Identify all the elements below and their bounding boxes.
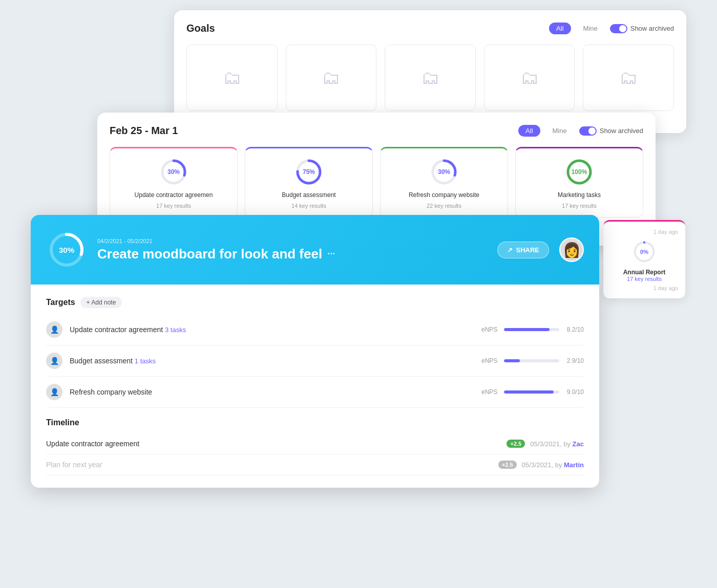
timeline-author-1: Zac (573, 440, 584, 448)
folder-card-2[interactable]: 🗂 (286, 45, 377, 111)
target-avatar-1: 👤 (46, 321, 62, 338)
target-link-1[interactable]: 3 tasks (165, 326, 186, 334)
mid-show-archived-label: Show archived (600, 127, 643, 135)
progress-score-3: 9.0/10 (565, 388, 584, 396)
goal-name-1: Update contractor agreemen (135, 191, 213, 199)
timeline-label: Timeline (46, 418, 79, 427)
mid-filter-all[interactable]: All (518, 125, 540, 137)
goals-toggle-wrap: Show archived (610, 24, 674, 33)
timeline-badge-2: +2.5 (498, 461, 517, 469)
progress-bar-fill-1 (504, 328, 550, 331)
goal-name-4: Marketing tasks (558, 191, 601, 199)
right-card-annual[interactable]: 1 day ago 0% Annual Report 17 key result… (603, 220, 685, 298)
target-name-2: Budget assessment 1 tasks (70, 357, 474, 365)
progress-bar-fill-2 (504, 359, 520, 362)
target-enps-3: eNPS (481, 388, 498, 396)
goal-name-2: Budget assessment (282, 191, 335, 199)
targets-label: Targets (46, 298, 75, 307)
folder-icon-2: 🗂 (322, 67, 340, 89)
goal-sub-4: 17 key results (562, 203, 597, 209)
annual-donut: 0% (610, 239, 678, 265)
progress-bar-fill-3 (504, 390, 554, 394)
timeline-name-2: Plan for next year (46, 461, 493, 469)
donut-percent-1: 30% (167, 168, 180, 176)
goals-title: Goals (186, 23, 215, 34)
donut-percent-2: 75% (303, 168, 315, 176)
timeline-meta-2: 05/3/2021, by Martin (522, 461, 584, 469)
progress-bar-bg-3 (504, 390, 559, 394)
target-row-2: 👤 Budget assessment 1 tasks eNPS 2.9/10 (46, 345, 584, 377)
annual-name: Annual Report (610, 269, 678, 276)
goal-card-4[interactable]: 100% Marketing tasks 17 key results (515, 147, 643, 217)
avatar-placeholder: 👩 (563, 242, 581, 258)
mid-show-archived-toggle[interactable] (579, 126, 597, 136)
donut-4: 100% (564, 157, 595, 187)
annual-ago2: 1 day ago (610, 285, 678, 291)
goal-sub-1: 17 key results (156, 203, 191, 209)
timeline-row-1: Update contractor agreement +2.5 05/3/20… (46, 433, 584, 454)
goal-card-2[interactable]: 75% Budget assessment 14 key results (245, 147, 373, 217)
target-row-1: 👤 Update contractor agreement 3 tasks eN… (46, 314, 584, 345)
goal-card-1[interactable]: 30% Update contractor agreemen 17 key re… (110, 147, 238, 217)
folder-card-1[interactable]: 🗂 (186, 45, 278, 111)
detail-title-text: Create moodboard for look and feel (97, 246, 322, 262)
folder-icon-5: 🗂 (619, 67, 638, 89)
donut-3: 30% (429, 157, 459, 187)
target-right-2: eNPS 2.9/10 (481, 357, 584, 364)
goal-card-3[interactable]: 30% Refresh company website 22 key resul… (380, 147, 508, 217)
goals-show-archived-toggle[interactable] (610, 24, 627, 33)
donut-percent-3: 30% (438, 168, 450, 176)
target-row-3: 👤 Refresh company website eNPS 9.0/10 (46, 377, 584, 408)
folder-icon-1: 🗂 (223, 67, 241, 89)
detail-panel: 30% 04/2/2021 - 05/2/2021 Create moodboa… (31, 215, 599, 488)
share-button[interactable]: ↗ SHARE (497, 242, 549, 258)
detail-title: Create moodboard for look and feel ··· (97, 246, 487, 262)
mid-filter-mine[interactable]: Mine (545, 125, 574, 137)
donut-percent-4: 100% (572, 168, 587, 176)
user-avatar: 👩 (559, 237, 584, 262)
annual-ago: 1 day ago (610, 229, 678, 235)
timeline-meta-1: 05/3/2021, by Zac (530, 440, 584, 448)
timeline-author-2: Martin (564, 461, 584, 469)
mid-header: Feb 25 - Mar 1 All Mine Show archived (110, 125, 643, 137)
folder-card-4[interactable]: 🗂 (484, 45, 575, 111)
goals-filter-mine[interactable]: Mine (576, 23, 605, 34)
target-link-2[interactable]: 1 tasks (135, 357, 156, 365)
mid-date-range: Feb 25 - Mar 1 (110, 125, 178, 137)
goals-filter-all[interactable]: All (549, 23, 571, 34)
goal-sub-3: 22 key results (427, 203, 461, 209)
goal-name-3: Refresh company website (409, 191, 479, 199)
detail-dates: 04/2/2021 - 05/2/2021 (97, 238, 487, 244)
folder-card-3[interactable]: 🗂 (385, 45, 476, 111)
share-icon: ↗ (507, 246, 513, 254)
progress-bar-wrap-3 (504, 390, 559, 394)
goal-sub-2: 14 key results (291, 203, 326, 209)
folder-icon-3: 🗂 (421, 67, 439, 89)
progress-bar-bg-2 (504, 359, 559, 362)
target-name-1: Update contractor agreement 3 tasks (70, 325, 474, 334)
target-enps-1: eNPS (481, 326, 498, 333)
folder-card-5[interactable]: 🗂 (583, 45, 674, 111)
progress-bar-bg-1 (504, 328, 559, 331)
detail-more-dots[interactable]: ··· (327, 249, 335, 259)
share-label: SHARE (516, 246, 539, 254)
target-avatar-3: 👤 (46, 384, 62, 400)
timeline-name-1: Update contractor agreement (46, 440, 501, 448)
detail-body: Targets + Add note 👤 Update contractor a… (31, 285, 599, 488)
detail-percent: 30% (59, 246, 74, 254)
right-cards-panel: 1 day ago 0% Annual Report 17 key result… (603, 220, 685, 298)
mid-filter-group: All Mine Show archived (518, 125, 643, 137)
progress-bar-wrap-2 (504, 359, 559, 362)
target-right-3: eNPS 9.0/10 (481, 388, 584, 396)
annual-percent: 0% (640, 249, 648, 255)
targets-section-title: Targets + Add note (46, 297, 584, 308)
timeline-section: Timeline Update contractor agreement +2.… (46, 418, 584, 475)
mid-toggle-wrap: Show archived (579, 126, 643, 136)
timeline-badge-1: +2.5 (507, 440, 525, 448)
target-right-1: eNPS 8.2/10 (481, 326, 584, 333)
detail-donut: 30% (46, 229, 87, 270)
goals-folder-row: 🗂 🗂 🗂 🗂 🗂 (186, 45, 674, 111)
add-note-button[interactable]: + Add note (80, 297, 122, 308)
folder-icon-4: 🗂 (520, 67, 539, 89)
detail-header: 30% 04/2/2021 - 05/2/2021 Create moodboa… (31, 215, 599, 285)
